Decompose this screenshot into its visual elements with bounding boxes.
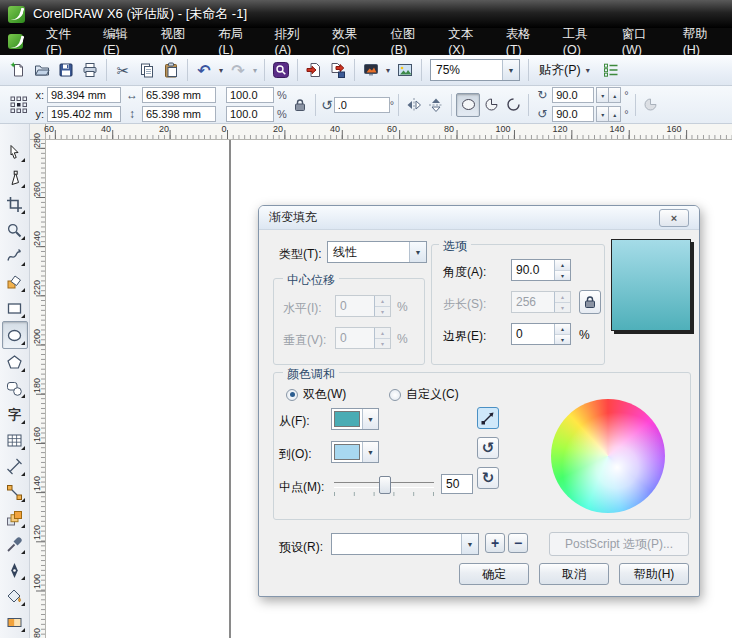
help-button[interactable]: 帮助(H) [619, 563, 689, 585]
fill-tool[interactable] [3, 583, 27, 609]
copy-button[interactable] [135, 58, 159, 82]
dimension-tool[interactable] [3, 453, 27, 479]
ellipse-mode-button[interactable] [456, 93, 480, 117]
x-position-field[interactable]: 98.394 mm [47, 87, 121, 103]
scale-y-field[interactable]: 100.0 [226, 106, 274, 122]
pie-mode-button[interactable] [480, 94, 502, 116]
to-dropdown-arrow-icon[interactable]: ▼ [362, 442, 378, 462]
outline-pen-tool[interactable] [3, 557, 27, 583]
direct-blend-button[interactable] [477, 407, 499, 429]
from-color-picker[interactable]: ▼ [331, 408, 379, 430]
mid-point-slider[interactable] [334, 482, 434, 488]
zoom-dropdown-arrow-icon[interactable]: ▼ [502, 60, 519, 80]
export-button[interactable] [326, 58, 350, 82]
print-button[interactable] [78, 58, 102, 82]
freehand-tool[interactable] [3, 243, 27, 269]
paste-button[interactable] [159, 58, 183, 82]
presets-dropdown-arrow-icon[interactable]: ▼ [461, 534, 478, 554]
spinner[interactable]: ▴▾ [554, 260, 570, 280]
object-height-field[interactable]: 65.398 mm [142, 106, 216, 122]
remove-preset-button[interactable]: − [508, 533, 528, 553]
zoom-tool[interactable] [3, 217, 27, 243]
options-button[interactable] [599, 58, 623, 82]
image-icon [397, 62, 413, 78]
gradient-type-combo[interactable]: 线性 ▼ [327, 241, 427, 263]
dialog-title-bar[interactable]: 渐变填充 × [259, 206, 699, 230]
counterclockwise-blend-button[interactable]: ↺ [477, 437, 499, 459]
rotation-angle-field[interactable]: .0 [334, 97, 390, 113]
start-angle-spinner[interactable]: ▾▴ [597, 87, 621, 103]
edge-pad-input[interactable]: 0 ▴▾ [511, 323, 571, 345]
import-button[interactable] [302, 58, 326, 82]
radio-selected-icon [286, 389, 298, 401]
interactive-fill-tool[interactable] [3, 609, 27, 635]
clockwise-blend-button[interactable]: ↻ [477, 467, 499, 489]
y-position-field[interactable]: 195.402 mm [47, 106, 121, 122]
polygon-tool[interactable] [3, 349, 27, 375]
pick-tool[interactable] [3, 139, 27, 165]
scale-x-field[interactable]: 100.0 [226, 87, 274, 103]
save-button[interactable] [54, 58, 78, 82]
paste-icon [163, 62, 179, 78]
fullscreen-preview-button[interactable] [359, 58, 383, 82]
mirror-vertical-button[interactable] [425, 94, 447, 116]
shape-tool[interactable] [3, 165, 27, 191]
crop-tool[interactable] [3, 191, 27, 217]
vertical-ruler[interactable]: 28026024022020018016014012010080 [30, 140, 46, 638]
eyedropper-tool[interactable] [3, 531, 27, 557]
basic-shapes-tool[interactable] [3, 375, 27, 401]
mid-point-value[interactable]: 50 [441, 474, 473, 494]
angle-input[interactable]: 90.0 ▴▾ [511, 259, 571, 281]
object-position-grid[interactable] [6, 92, 32, 118]
end-angle-field[interactable]: 90.0 [552, 106, 594, 122]
color-wheel[interactable] [551, 399, 665, 513]
text-tool[interactable]: 字 [3, 401, 27, 427]
snap-to-dropdown[interactable]: 贴齐(P) ▾ [533, 59, 599, 82]
type-dropdown-arrow-icon[interactable]: ▼ [409, 242, 426, 262]
change-direction-button[interactable] [640, 94, 662, 116]
view-image-button[interactable] [393, 58, 417, 82]
search-content-button[interactable] [269, 58, 293, 82]
open-button[interactable] [30, 58, 54, 82]
arc-mode-button[interactable] [502, 94, 524, 116]
to-color-picker[interactable]: ▼ [331, 441, 379, 463]
ruler-number: 120 [552, 124, 567, 134]
lock-ratio-button[interactable] [289, 94, 311, 116]
steps-lock-button[interactable] [579, 290, 601, 314]
ok-button[interactable]: 确定 [459, 563, 529, 585]
cut-button[interactable]: ✂ [111, 58, 135, 82]
spinner[interactable]: ▴▾ [554, 324, 570, 344]
ruler-number: 140 [609, 124, 624, 134]
pick-tool-icon [6, 144, 23, 161]
undo-dropdown-arrow[interactable]: ▾ [216, 66, 226, 75]
rotate-ccw-icon: ↺ [482, 439, 495, 457]
toolbar-separator [421, 59, 422, 81]
zoom-level-combo[interactable]: 75% ▼ [430, 59, 520, 81]
add-preset-button[interactable]: + [485, 533, 505, 553]
custom-radio[interactable]: 自定义(C) [389, 386, 459, 403]
mirror-horizontal-button[interactable] [403, 94, 425, 116]
preview-dropdown-arrow[interactable]: ▾ [383, 66, 393, 75]
freehand-tool-icon [6, 248, 23, 265]
ellipse-tool[interactable] [2, 321, 28, 349]
horizontal-ruler[interactable]: 604020020406080100120140160 [46, 124, 732, 140]
rectangle-tool[interactable] [3, 295, 27, 321]
presets-combo[interactable]: ▼ [331, 533, 479, 555]
from-dropdown-arrow-icon[interactable]: ▼ [362, 409, 378, 429]
redo-button[interactable]: ↷ [226, 58, 250, 82]
ruler-number: 40 [101, 124, 111, 134]
object-width-field[interactable]: 65.398 mm [142, 87, 216, 103]
cancel-button[interactable]: 取消 [539, 563, 609, 585]
blend-tool[interactable] [3, 505, 27, 531]
redo-dropdown-arrow[interactable]: ▾ [250, 66, 260, 75]
undo-button[interactable]: ↶ [192, 58, 216, 82]
dialog-close-button[interactable]: × [659, 209, 689, 227]
table-tool[interactable] [3, 427, 27, 453]
start-angle-field[interactable]: 90.0 [552, 87, 594, 103]
smart-fill-tool[interactable] [3, 269, 27, 295]
two-color-radio[interactable]: 双色(W) [286, 386, 346, 403]
copy-icon [139, 62, 155, 78]
new-document-button[interactable] [6, 58, 30, 82]
end-angle-spinner[interactable]: ▾▴ [597, 106, 621, 122]
connector-tool[interactable] [3, 479, 27, 505]
